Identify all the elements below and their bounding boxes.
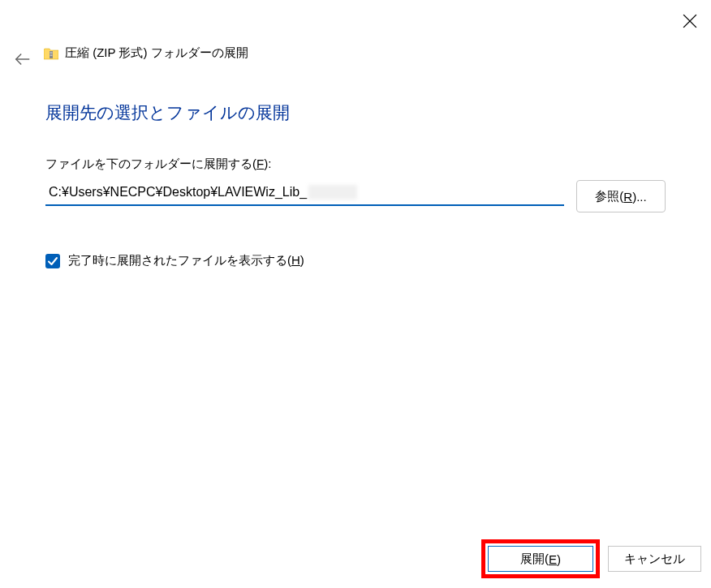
show-files-checkbox[interactable] bbox=[45, 254, 60, 268]
cancel-button[interactable]: キャンセル bbox=[608, 546, 701, 572]
destination-path-text: C:¥Users¥NECPC¥Desktop¥LAVIEWiz_Lib_ bbox=[49, 185, 307, 200]
highlight-frame: 展開(E) bbox=[481, 539, 600, 578]
wizard-title: 圧縮 (ZIP 形式) フォルダーの展開 bbox=[65, 45, 248, 61]
path-blurred-suffix bbox=[308, 185, 357, 200]
destination-path-input[interactable]: C:¥Users¥NECPC¥Desktop¥LAVIEWiz_Lib_ bbox=[45, 180, 564, 206]
arrow-left-icon bbox=[14, 50, 32, 68]
checkmark-icon bbox=[47, 255, 58, 267]
destination-label: ファイルを下のフォルダーに展開する(F): bbox=[45, 157, 666, 172]
extract-button[interactable]: 展開(E) bbox=[488, 546, 593, 572]
back-button[interactable] bbox=[12, 49, 33, 70]
close-button[interactable] bbox=[680, 11, 700, 31]
dialog-footer: 展開(E) キャンセル bbox=[481, 539, 701, 578]
close-icon bbox=[683, 14, 697, 28]
page-heading: 展開先の選択とファイルの展開 bbox=[45, 101, 666, 124]
svg-rect-5 bbox=[50, 54, 53, 54]
zip-folder-icon bbox=[44, 47, 58, 60]
svg-rect-6 bbox=[50, 55, 53, 56]
show-files-checkbox-label: 完了時に展開されたファイルを表示する(H) bbox=[68, 253, 304, 268]
browse-button[interactable]: 参照(R)... bbox=[576, 180, 666, 212]
wizard-title-area: 圧縮 (ZIP 形式) フォルダーの展開 bbox=[44, 45, 248, 61]
svg-rect-4 bbox=[50, 52, 53, 53]
